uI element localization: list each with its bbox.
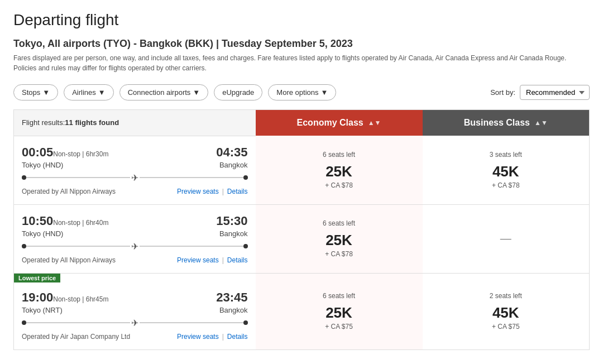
flight-line: ✈ xyxy=(22,173,248,183)
flight-line: ✈ xyxy=(22,241,248,252)
origin: Tokyo (HND) xyxy=(22,229,63,238)
operator-links: Preview seats | Details xyxy=(177,333,248,341)
economy-surcharge: + CA $78 xyxy=(261,181,417,189)
operator-links: Preview seats | Details xyxy=(177,188,248,195)
flight-line: ✈ xyxy=(22,318,248,328)
results-table: Flight results:11 flights found Economy … xyxy=(13,109,590,350)
economy-price: 25K xyxy=(261,304,417,322)
flight-path-line xyxy=(26,322,130,323)
destination: Bangkok xyxy=(219,161,248,169)
sort-select[interactable]: Recommended Price Duration Departure Arr… xyxy=(520,85,590,100)
economy-surcharge: + CA $78 xyxy=(261,250,417,258)
arrive-dot xyxy=(243,320,248,325)
results-header-row: Flight results:11 flights found Economy … xyxy=(14,110,590,136)
operator-name: Operated by All Nippon Airways xyxy=(22,188,116,195)
business-price-cell[interactable]: — xyxy=(423,204,590,273)
flight-path-line xyxy=(26,177,130,178)
economy-price-cell[interactable]: 6 seats left 25K + CA $78 xyxy=(256,136,423,204)
flight-info-cell: 00:05 Non-stop | 6hr30m 04:35 Tokyo (HND… xyxy=(14,136,256,204)
flight-row: 00:05 Non-stop | 6hr30m 04:35 Tokyo (HND… xyxy=(14,136,590,204)
airlines-chevron-icon: ▼ xyxy=(98,88,106,97)
details-link[interactable]: Details xyxy=(227,256,248,264)
flight-info-cell: Lowest price 19:00 Non-stop | 6hr45m 23:… xyxy=(14,273,256,349)
airlines-label: Airlines xyxy=(72,88,96,97)
connection-label: Connection airports xyxy=(128,88,191,97)
arrive-dot xyxy=(243,244,248,248)
depart-dot xyxy=(22,244,26,248)
flight-path-line2 xyxy=(140,177,243,178)
depart-dot xyxy=(22,320,26,325)
flight-results-header: Flight results:11 flights found xyxy=(14,110,256,136)
link-separator: | xyxy=(222,256,224,264)
economy-price: 25K xyxy=(261,163,417,180)
lowest-price-badge: Lowest price xyxy=(14,274,60,282)
preview-seats-link[interactable]: Preview seats xyxy=(177,333,219,341)
sort-by-label: Sort by: xyxy=(490,88,515,97)
flight-info-cell: 10:50 Non-stop | 6hr40m 15:30 Tokyo (HND… xyxy=(14,204,256,273)
flight-path-line2 xyxy=(140,246,243,247)
business-unavailable: — xyxy=(428,232,584,245)
flight-row: Lowest price 19:00 Non-stop | 6hr45m 23:… xyxy=(14,273,590,349)
plane-icon: ✈ xyxy=(131,318,138,328)
economy-seats-left: 6 seats left xyxy=(261,292,417,300)
flight-row: 10:50 Non-stop | 6hr40m 15:30 Tokyo (HND… xyxy=(14,204,590,273)
business-seats-left: 2 seats left xyxy=(428,292,584,300)
flight-path-line xyxy=(26,246,130,247)
economy-price-cell[interactable]: 6 seats left 25K + CA $75 xyxy=(256,273,423,349)
business-surcharge: + CA $78 xyxy=(428,181,584,189)
details-link[interactable]: Details xyxy=(227,333,248,341)
flight-meta: Non-stop | 6hr40m xyxy=(53,219,108,227)
operator-name: Operated by Air Japan Company Ltd xyxy=(22,333,130,341)
airport-row: Tokyo (HND) Bangkok xyxy=(22,161,248,169)
preview-seats-link[interactable]: Preview seats xyxy=(177,256,219,264)
fare-notice: Fares displayed are per person, one way,… xyxy=(13,53,590,73)
destination: Bangkok xyxy=(219,306,248,314)
business-class-label: Business Class xyxy=(464,118,530,128)
connection-filter[interactable]: Connection airports ▼ xyxy=(119,84,209,100)
operator-row: Operated by All Nippon Airways Preview s… xyxy=(22,256,248,264)
business-price-cell[interactable]: 2 seats left 45K + CA $75 xyxy=(423,273,590,349)
flight-meta: Non-stop | 6hr45m xyxy=(53,295,108,303)
arrive-time: 15:30 xyxy=(216,214,247,228)
eupgrade-filter[interactable]: eUpgrade xyxy=(214,84,262,100)
origin: Tokyo (HND) xyxy=(22,161,63,169)
business-price-cell[interactable]: 3 seats left 45K + CA $78 xyxy=(423,136,590,204)
economy-sort-icon: ▲▼ xyxy=(368,119,381,127)
link-separator: | xyxy=(222,333,224,341)
arrive-time: 23:45 xyxy=(216,290,247,305)
sort-area: Sort by: Recommended Price Duration Depa… xyxy=(490,85,590,100)
economy-price: 25K xyxy=(261,232,417,249)
airport-row: Tokyo (NRT) Bangkok xyxy=(22,306,248,314)
plane-icon: ✈ xyxy=(131,173,138,183)
depart-time: 19:00 xyxy=(22,290,53,305)
details-link[interactable]: Details xyxy=(227,188,248,195)
business-class-header[interactable]: Business Class ▲▼ xyxy=(423,110,590,136)
flight-meta: Non-stop | 6hr30m xyxy=(53,150,108,158)
more-options-filter[interactable]: More options ▼ xyxy=(268,84,336,100)
stops-chevron-icon: ▼ xyxy=(42,88,50,97)
operator-name: Operated by All Nippon Airways xyxy=(22,256,116,264)
filters-bar: Stops ▼ Airlines ▼ Connection airports ▼… xyxy=(13,84,590,100)
airport-row: Tokyo (HND) Bangkok xyxy=(22,229,248,238)
operator-row: Operated by Air Japan Company Ltd Previe… xyxy=(22,333,248,341)
flight-results-count: 11 flights found xyxy=(65,118,119,127)
airlines-filter[interactable]: Airlines ▼ xyxy=(64,84,114,100)
operator-row: Operated by All Nippon Airways Preview s… xyxy=(22,188,248,195)
depart-dot xyxy=(22,175,26,180)
preview-seats-link[interactable]: Preview seats xyxy=(177,188,219,195)
operator-links: Preview seats | Details xyxy=(177,256,248,264)
flight-results-label: Flight results: xyxy=(22,118,65,127)
route-title: Tokyo, All airports (TYO) - Bangkok (BKK… xyxy=(13,38,590,50)
business-sort-icon: ▲▼ xyxy=(534,119,548,127)
economy-seats-left: 6 seats left xyxy=(261,151,417,159)
business-seats-left: 3 seats left xyxy=(428,151,584,159)
stops-filter[interactable]: Stops ▼ xyxy=(13,84,58,100)
business-surcharge: + CA $75 xyxy=(428,323,584,331)
destination: Bangkok xyxy=(219,229,248,238)
connection-chevron-icon: ▼ xyxy=(193,88,200,97)
plane-icon: ✈ xyxy=(131,241,138,252)
more-options-label: More options xyxy=(276,88,318,97)
economy-class-header[interactable]: Economy Class ▲▼ xyxy=(256,110,423,136)
link-separator: | xyxy=(222,188,224,195)
economy-price-cell[interactable]: 6 seats left 25K + CA $78 xyxy=(256,204,423,273)
